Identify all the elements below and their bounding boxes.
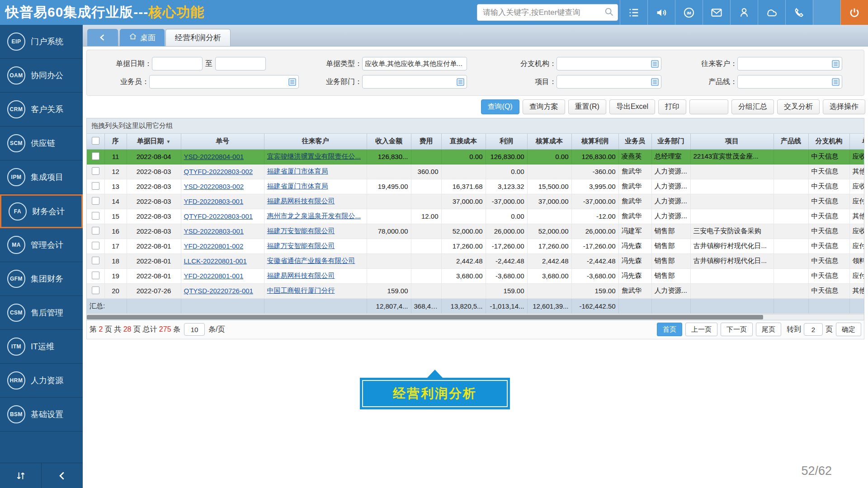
filter-input-doc-type[interactable]: 应收单,其他应收单,其他应付单...: [362, 57, 467, 70]
row-checkbox[interactable]: [92, 272, 99, 279]
column-header-profit[interactable]: 利润: [486, 134, 527, 149]
customer-link[interactable]: 福建省厦门市体育局: [267, 182, 328, 190]
row-checkbox[interactable]: [92, 257, 99, 264]
filter-input-doc-date-to[interactable]: [215, 57, 266, 70]
docno-link[interactable]: QTYFD-20220803-002: [184, 168, 253, 175]
sidebar-item-gfm[interactable]: GFM集团财务: [0, 262, 83, 296]
cloud-icon[interactable]: [758, 0, 785, 25]
mail-icon[interactable]: [703, 0, 730, 25]
row-checkbox[interactable]: [92, 197, 99, 205]
docno-link[interactable]: YFD-20220803-001: [184, 197, 244, 205]
im-icon[interactable]: IM: [675, 0, 703, 25]
table-row[interactable]: 182022-08-01LLCK-20220801-001安徽省通信产业服务有限…: [87, 253, 864, 268]
confirm-button[interactable]: 确定: [836, 323, 861, 336]
column-header-seq[interactable]: 序: [104, 134, 127, 149]
last-page-button[interactable]: 尾页: [756, 323, 781, 336]
docno-link[interactable]: QTYFD-20220803-001: [184, 212, 253, 220]
column-header-product-line[interactable]: 产品线: [774, 134, 808, 149]
column-header-income[interactable]: 收入金额: [367, 134, 411, 149]
query-plan-button[interactable]: 查询方案: [523, 99, 565, 114]
user-icon[interactable]: [730, 0, 758, 25]
query-button[interactable]: 查询(Q): [481, 99, 519, 114]
column-header-docno[interactable]: 单号: [181, 134, 264, 149]
docno-link[interactable]: YFD-20220801-001: [184, 272, 244, 280]
customer-link[interactable]: 宜宾骏继洪骥置业有限责任公...: [267, 152, 361, 160]
search-input[interactable]: [483, 8, 604, 17]
horizontal-scrollbar[interactable]: [87, 314, 864, 320]
tab-desktop[interactable]: 桌面: [120, 29, 165, 46]
customer-link[interactable]: 安徽省通信产业服务有限公司: [267, 257, 355, 264]
menu-list-icon[interactable]: [620, 0, 647, 25]
customer-link[interactable]: 福建易网科技有限公司: [267, 272, 335, 279]
sidebar-item-ipm[interactable]: IPM集成项目: [0, 160, 83, 194]
reset-button[interactable]: 重置(R): [568, 99, 606, 114]
phone-icon[interactable]: [785, 0, 813, 25]
column-header-expense[interactable]: 费用: [411, 134, 441, 149]
search-icon[interactable]: [604, 7, 614, 19]
column-header-customer[interactable]: 往来客户: [264, 134, 367, 149]
filter-input-project[interactable]: [557, 75, 661, 89]
customer-link[interactable]: 中国工商银行厦门分行: [267, 286, 335, 294]
column-header-salesman[interactable]: 业务员: [618, 134, 651, 149]
export-excel-button[interactable]: 导出Excel: [609, 99, 655, 114]
table-row[interactable]: 122022-08-03QTYFD-20220803-002福建省厦门市体育局3…: [87, 164, 864, 179]
prev-page-button[interactable]: 上一页: [685, 323, 717, 336]
sidebar-item-scm[interactable]: SCM供应链: [0, 127, 83, 160]
filter-input-branch[interactable]: [557, 57, 661, 70]
row-checkbox[interactable]: [92, 286, 99, 294]
sidebar-item-hrm[interactable]: HRM人力资源: [0, 364, 83, 398]
filter-input-sales-dept[interactable]: [362, 75, 467, 89]
customer-link[interactable]: 福建万安智能有限公司: [267, 227, 335, 235]
cross-analysis-button[interactable]: 交叉分析: [777, 99, 820, 114]
row-checkbox[interactable]: [92, 242, 99, 249]
filter-input-customer[interactable]: [737, 57, 842, 70]
table-row[interactable]: 112022-08-04YSD-20220804-001宜宾骏继洪骥置业有限责任…: [87, 149, 864, 164]
power-icon[interactable]: [840, 0, 868, 25]
next-page-button[interactable]: 下一页: [721, 323, 753, 336]
collapse-left-icon[interactable]: [41, 463, 83, 488]
sidebar-item-ma[interactable]: MA管理会计: [0, 228, 83, 262]
group-summary-button[interactable]: 分组汇总: [731, 99, 774, 114]
row-checkbox[interactable]: [92, 227, 99, 235]
sidebar-item-eip[interactable]: EIP门户系统: [0, 25, 83, 59]
row-checkbox[interactable]: [92, 182, 99, 190]
page-size-input[interactable]: 10: [184, 323, 205, 336]
first-page-button[interactable]: 首页: [657, 323, 682, 336]
sidebar-item-fa[interactable]: FA财务会计: [0, 194, 83, 228]
sidebar-item-crm[interactable]: CRM客户关系: [0, 93, 83, 127]
docno-link[interactable]: QTYSD-20220726-001: [184, 287, 253, 295]
table-row[interactable]: 172022-08-01YFD-20220801-002福建万安智能有限公司17…: [87, 239, 864, 253]
column-header-calc-cost[interactable]: 核算成本: [527, 134, 571, 149]
table-row[interactable]: 152022-08-03QTYFD-20220803-001惠州市龙之泉温泉开发…: [87, 209, 864, 224]
global-search[interactable]: [477, 4, 618, 21]
docno-link[interactable]: YFD-20220801-002: [184, 242, 244, 250]
docno-link[interactable]: YSD-20220803-001: [184, 227, 244, 235]
column-header-doc-type[interactable]: 单: [849, 134, 864, 149]
scrollbar-thumb[interactable]: [87, 315, 763, 319]
volume-icon[interactable]: [647, 0, 675, 25]
sidebar-item-bsm[interactable]: BSM基础设置: [0, 398, 83, 432]
customer-link[interactable]: 惠州市龙之泉温泉开发有限公...: [267, 212, 361, 220]
table-row[interactable]: 132022-08-03YSD-20220803-002福建省厦门市体育局19,…: [87, 179, 864, 194]
table-row[interactable]: 202022-07-26QTYSD-20220726-001中国工商银行厦门分行…: [87, 283, 864, 298]
sidebar-item-itm[interactable]: ITMIT运维: [0, 330, 83, 364]
row-checkbox[interactable]: [92, 212, 99, 220]
sidebar-item-csm[interactable]: CSM售后管理: [0, 296, 83, 330]
customer-link[interactable]: 福建省厦门市体育局: [267, 167, 328, 175]
table-row[interactable]: 162022-08-03YSD-20220803-001福建万安智能有限公司78…: [87, 224, 864, 239]
select-operation-button[interactable]: 选择操作: [823, 99, 865, 114]
row-checkbox[interactable]: [92, 152, 99, 160]
customer-link[interactable]: 福建易网科技有限公司: [267, 197, 335, 205]
column-header-branch[interactable]: 分支机构: [808, 134, 849, 149]
table-row[interactable]: 192022-08-01YFD-20220801-001福建易网科技有限公司3,…: [87, 268, 864, 283]
filter-input-salesman[interactable]: [149, 75, 299, 89]
swap-arrows-icon[interactable]: [0, 463, 41, 488]
select-all-checkbox[interactable]: [92, 137, 99, 145]
print-button[interactable]: 打印: [658, 99, 686, 114]
blank-icon[interactable]: [813, 0, 840, 25]
customer-link[interactable]: 福建万安智能有限公司: [267, 242, 335, 249]
table-row[interactable]: 142022-08-03YFD-20220803-001福建易网科技有限公司37…: [87, 194, 864, 209]
column-header-dept[interactable]: 业务部门: [651, 134, 690, 149]
sidebar-item-oam[interactable]: OAM协同办公: [0, 59, 83, 93]
docno-link[interactable]: YSD-20220803-002: [184, 183, 244, 190]
